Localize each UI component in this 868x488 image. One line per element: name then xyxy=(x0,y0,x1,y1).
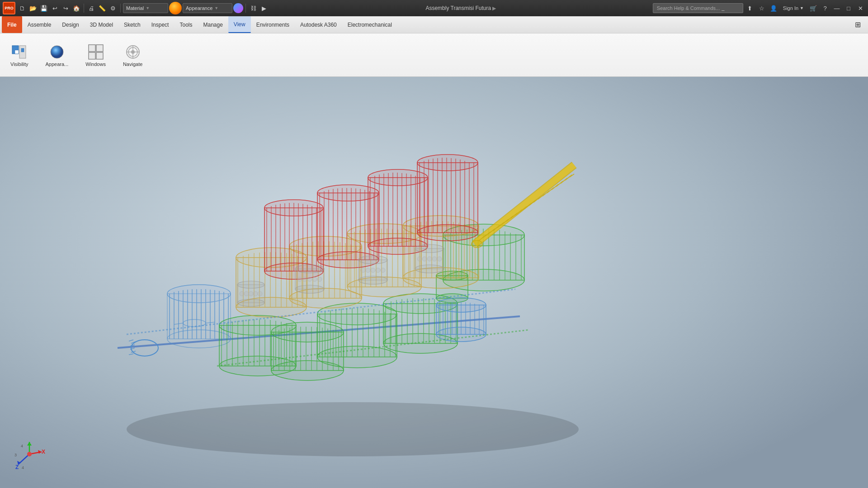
navigate-label: Navigate xyxy=(123,61,142,67)
svg-point-299 xyxy=(366,268,370,272)
ribbon: Visibility Appeara... xyxy=(0,33,868,77)
svg-point-310 xyxy=(437,257,442,261)
new-button[interactable]: 🗋 xyxy=(17,3,27,13)
ribbon-windows[interactable]: Windows xyxy=(80,40,111,70)
svg-text:Z: Z xyxy=(15,464,19,470)
document-title: Assembly Transmisi Futura ▶ xyxy=(271,5,651,11)
svg-point-284 xyxy=(249,291,253,296)
home-button[interactable]: 🏠 xyxy=(71,3,81,13)
chain-icon[interactable]: ⛓ xyxy=(248,3,258,13)
svg-point-292 xyxy=(307,277,312,282)
windows-label: Windows xyxy=(85,61,106,67)
svg-rect-6 xyxy=(96,45,103,52)
measure-button[interactable]: 📏 xyxy=(97,3,107,13)
menu-autodeska360[interactable]: Autodesk A360 xyxy=(295,16,342,33)
svg-point-307 xyxy=(422,257,427,261)
svg-point-309 xyxy=(432,257,437,261)
svg-point-308 xyxy=(427,257,432,261)
title-arrow: ▶ xyxy=(492,5,496,11)
svg-point-293 xyxy=(312,277,317,282)
svg-point-286 xyxy=(258,291,262,296)
play-button[interactable]: ▶ xyxy=(259,3,269,13)
windows-icon xyxy=(87,43,104,61)
svg-rect-3 xyxy=(21,48,24,52)
menu-electromechanical[interactable]: Electromechanical xyxy=(342,16,397,33)
menu-tools[interactable]: Tools xyxy=(174,16,198,33)
svg-marker-341 xyxy=(38,450,42,454)
material-sphere[interactable] xyxy=(169,2,182,14)
sign-in-button[interactable]: Sign In ▼ xyxy=(780,5,807,12)
material-dropdown-arrow: ▼ xyxy=(146,6,150,10)
save-button[interactable]: 💾 xyxy=(39,3,49,13)
ribbon-navigate[interactable]: Navigate xyxy=(118,40,147,70)
ribbon-appearance[interactable]: Appeara... xyxy=(41,40,74,70)
settings-button[interactable]: ⚙ xyxy=(108,3,118,13)
minimize-icon[interactable]: — xyxy=(832,3,842,13)
ribbon-visibility[interactable]: Visibility xyxy=(5,40,33,70)
menu-bar: File Assemble Design 3D Model Sketch Ins… xyxy=(0,16,868,33)
maximize-icon[interactable]: □ xyxy=(844,3,854,13)
menu-inspect[interactable]: Inspect xyxy=(146,16,175,33)
menu-design[interactable]: Design xyxy=(57,16,84,33)
menu-file[interactable]: File xyxy=(2,16,22,33)
svg-text:3: 3 xyxy=(14,453,17,457)
axis-indicator: Z X 4 3 4 xyxy=(14,438,45,470)
search-box[interactable]: Search Help & Commands... _ xyxy=(653,3,743,13)
print-button[interactable]: 🖨 xyxy=(86,3,96,13)
svg-point-302 xyxy=(381,268,385,272)
quick-access-toolbar: 🗋 📂 💾 ↩ ↪ 🏠 🖨 📏 ⚙ Material ▼ Appearance … xyxy=(17,2,269,14)
navigate-icon xyxy=(124,43,142,61)
visibility-icon xyxy=(11,43,28,61)
menu-environments[interactable]: Environments xyxy=(251,16,295,33)
svg-point-291 xyxy=(302,277,307,282)
open-button[interactable]: 📂 xyxy=(28,3,38,13)
svg-rect-7 xyxy=(89,52,95,59)
title-bar: PRO 🗋 📂 💾 ↩ ↪ 🏠 🖨 📏 ⚙ Material ▼ Appeara… xyxy=(0,0,868,16)
svg-point-282 xyxy=(240,291,244,296)
gear-assembly-svg xyxy=(0,77,868,488)
appearance-label: Appeara... xyxy=(46,61,69,67)
appearance-icon xyxy=(48,43,66,61)
undo-button[interactable]: ↩ xyxy=(50,3,60,13)
cart-icon[interactable]: 🛒 xyxy=(808,3,818,13)
menu-view[interactable]: View xyxy=(228,16,251,33)
star-icon[interactable]: ☆ xyxy=(757,3,767,13)
title-bar-right: ⬆ ☆ 👤 Sign In ▼ 🛒 ? — □ ✕ xyxy=(745,3,865,13)
menu-assemble[interactable]: Assemble xyxy=(22,16,57,33)
close-icon[interactable]: ✕ xyxy=(855,3,865,13)
svg-point-290 xyxy=(297,277,302,282)
svg-point-4 xyxy=(51,46,63,58)
visibility-label: Visibility xyxy=(10,61,28,67)
user-icon[interactable]: 👤 xyxy=(769,3,778,13)
appearance-dropdown-arrow: ▼ xyxy=(214,6,218,10)
menu-manage[interactable]: Manage xyxy=(198,16,228,33)
toolbar-separator-3 xyxy=(245,4,246,13)
appearance-dropdown[interactable]: Appearance ▼ xyxy=(183,3,232,13)
svg-point-300 xyxy=(371,268,375,272)
appearance-sphere[interactable] xyxy=(233,3,243,13)
toolbar-separator-2 xyxy=(120,4,121,13)
help-icon[interactable]: ? xyxy=(820,3,830,13)
svg-text:4: 4 xyxy=(21,444,23,448)
redo-button[interactable]: ↪ xyxy=(61,3,71,13)
search-underscore: _ xyxy=(722,5,724,11)
svg-point-15 xyxy=(127,402,579,456)
cursor-icon[interactable]: ⬆ xyxy=(745,3,755,13)
svg-point-294 xyxy=(317,277,322,282)
svg-point-334 xyxy=(472,240,482,248)
menu-extra[interactable]: ⊞ xyxy=(849,16,866,33)
signin-arrow: ▼ xyxy=(800,6,804,10)
svg-rect-8 xyxy=(96,52,103,59)
material-dropdown[interactable]: Material ▼ xyxy=(123,3,168,13)
menu-sketch[interactable]: Sketch xyxy=(118,16,146,33)
svg-marker-344 xyxy=(27,442,32,446)
svg-text:4: 4 xyxy=(22,465,24,470)
svg-text:X: X xyxy=(42,449,45,455)
svg-rect-5 xyxy=(89,45,95,52)
svg-rect-265 xyxy=(417,163,478,233)
svg-point-345 xyxy=(27,452,32,456)
svg-point-298 xyxy=(361,268,365,272)
menu-3dmodel[interactable]: 3D Model xyxy=(85,16,118,33)
svg-point-285 xyxy=(253,291,258,296)
viewport[interactable]: Z X 4 3 4 xyxy=(0,77,868,488)
